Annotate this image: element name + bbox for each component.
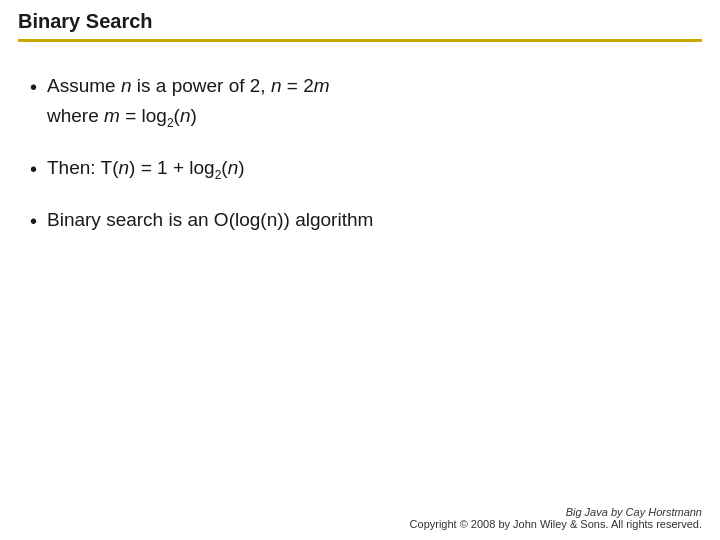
bullet-item-1: • Assume n is a power of 2, n = 2m where… bbox=[30, 72, 696, 132]
content-area: • Assume n is a power of 2, n = 2m where… bbox=[0, 48, 720, 506]
bullet-dot-3: • bbox=[30, 207, 37, 235]
page-title: Binary Search bbox=[18, 10, 702, 33]
bullet-dot-1: • bbox=[30, 73, 37, 101]
header-divider bbox=[18, 39, 702, 42]
bullet-text-3: Binary search is an O(log(n)) algorithm bbox=[47, 206, 373, 234]
bullet-item-3: • Binary search is an O(log(n)) algorith… bbox=[30, 206, 696, 235]
bullet-dot-2: • bbox=[30, 155, 37, 183]
header: Binary Search bbox=[0, 0, 720, 48]
page-container: Binary Search • Assume n is a power of 2… bbox=[0, 0, 720, 540]
footer-line1: Big Java by Cay Horstmann bbox=[0, 506, 702, 518]
footer: Big Java by Cay Horstmann Copyright © 20… bbox=[0, 506, 720, 540]
bullet-text-1: Assume n is a power of 2, n = 2m where m… bbox=[47, 72, 330, 132]
bullet-item-2: • Then: T(n) = 1 + log2(n) bbox=[30, 154, 696, 184]
footer-line2: Copyright © 2008 by John Wiley & Sons. A… bbox=[0, 518, 702, 530]
bullet-text-2: Then: T(n) = 1 + log2(n) bbox=[47, 154, 245, 184]
